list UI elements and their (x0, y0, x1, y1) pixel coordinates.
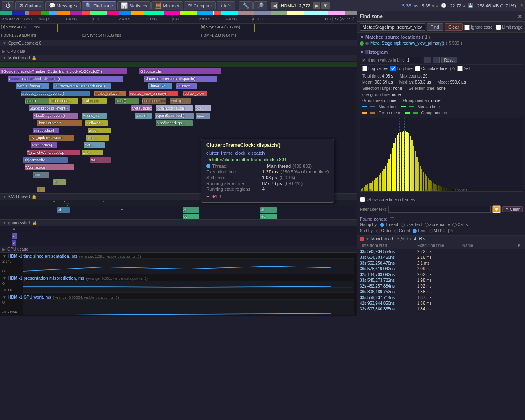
self-opt[interactable]: Sell (457, 66, 470, 71)
options-button[interactable]: ⚙ Options (15, 1, 44, 10)
trace-block-paint2[interactable]: paint() (115, 98, 139, 104)
results-table[interactable]: ▼ Main thread (5,509) 4.98 s Time from s… (357, 236, 525, 420)
power-button[interactable]: ⏻ (2, 1, 14, 10)
ignore-case-cb[interactable] (464, 25, 470, 30)
log-time-cb[interactable] (390, 66, 396, 71)
trace-block-switch[interactable]: "_switchWorkspaceUp (27, 150, 80, 155)
main-thread-label[interactable]: ▼ Main thread 🔒 (0, 55, 357, 61)
compare-button[interactable]: ⚖ Compare (184, 1, 216, 10)
fz-find-button[interactable]: Find (427, 23, 443, 31)
trace-block-paint-meta[interactable]: paint() (135, 113, 152, 119)
gnome-label[interactable]: ▼ gnome-shell 🔒 (0, 220, 357, 226)
trace-block-workspace[interactable]: "Workspace (25, 164, 74, 170)
limit-range-opt[interactable]: Limit range (496, 25, 523, 30)
table-row[interactable]: 32s 134,709,092ns 2.02 ms (357, 272, 525, 278)
trace-block-object-notify[interactable]: Object::notify (23, 157, 68, 163)
statistics-button[interactable]: 📊 Statistics (117, 1, 151, 10)
log-values-opt[interactable]: Log values (362, 66, 388, 71)
reset-button[interactable]: Reset (441, 57, 457, 63)
chart-label-2[interactable]: ▼ HDMI-1 GPU work, ms (y-range: 0.05334,… (2, 295, 354, 299)
chart-label-1[interactable]: ▼ HDMI-1 presentation misprediction, ms … (2, 276, 354, 281)
trace-block-framel2[interactable]: Clutter::Fr... (148, 83, 172, 89)
opengl-label[interactable]: ▼ OpenGL context 0 (0, 40, 357, 46)
trace-block-gsource2[interactable]: GSource::dis... (139, 68, 221, 74)
filter-input[interactable] (388, 206, 491, 213)
trace-block-aa[interactable]: aa... (90, 157, 111, 163)
kms-block-di[interactable]: di (183, 207, 199, 213)
trace-block-swap[interactable]: end_g... (170, 98, 191, 104)
trace-block-pp2[interactable]: pp... (196, 113, 210, 119)
table-row[interactable]: 33s 559,237,714ns 1.87 ms (357, 295, 525, 301)
trace-block-4[interactable]: 4 (37, 187, 45, 192)
table-row[interactable]: 42s 953,944,850ns 1.86 ms (357, 301, 525, 306)
trace-block-frame3[interactable]: Clutter::... (176, 83, 197, 89)
trace-block-maybe[interactable]: maybe_relayofi... (94, 91, 126, 96)
trace-block-emit-update2[interactable]: emit[update] (31, 142, 57, 148)
table-row[interactable]: 33s 545,273,722ns 1.98 ms (357, 278, 525, 283)
sortby-time[interactable]: Time (413, 228, 427, 233)
memory-button[interactable]: 🧮 Memory (151, 1, 183, 10)
clear-filter-button[interactable]: ✕ Clear (502, 206, 523, 212)
trace-block-stage-emit[interactable]: Stage::process_event() (29, 105, 70, 111)
chart-label-0[interactable]: ▼ HDMI-1 time since presentation, ms (y-… (2, 254, 354, 258)
trace-block-non[interactable]: non (33, 172, 49, 178)
sortby-mtpc[interactable]: MTPC (429, 228, 445, 233)
gnome-block2[interactable]: c (12, 240, 16, 246)
trace-block-gsource[interactable]: GSource::dispatch("[mutter] Clutter fram… (0, 68, 127, 74)
trace-block-before[interactable]: before_frame() (16, 83, 49, 89)
groupby-thread[interactable]: Thread (380, 222, 398, 227)
messages-button[interactable]: 💬 Messages (45, 1, 81, 10)
gnome-block[interactable]: c (12, 233, 17, 239)
limit-range-cb[interactable] (496, 25, 501, 30)
trace-scroll[interactable]: ▼ OpenGL context 0 ▶ CPU data ▼ Main thr… (0, 40, 357, 408)
min-bin-input[interactable] (406, 57, 422, 63)
trace-block-paiend[interactable]: p.paint(pair flush) (156, 105, 193, 111)
trace-block-process[interactable]: process_queued_events() (21, 91, 90, 96)
kms-block-dc2[interactable]: dc (260, 214, 277, 219)
trace-block-allo4[interactable]: allo... (82, 150, 103, 155)
sortby-order[interactable]: Order (376, 228, 392, 233)
trace-block-redraw[interactable]: redraw_view_primary() (129, 91, 178, 96)
hdmi-menu[interactable]: ▼ (321, 2, 330, 9)
kms-block-ci[interactable]: ci (57, 207, 70, 213)
cpu-usage-label[interactable]: ▶ CPU usage (0, 246, 357, 252)
trace-block-p2[interactable]: p.paint(pair flush) (155, 113, 194, 119)
kms-block-di2[interactable]: di (260, 207, 277, 213)
groupby-callst[interactable]: Call st (452, 222, 469, 227)
histogram-title[interactable]: ▼ Histogram (360, 50, 523, 55)
trace-block-paiend2[interactable]: p.p... (195, 105, 211, 111)
table-row[interactable]: 36s 578,619,042ns 2.09 ms (357, 266, 525, 272)
trace-block-allocate2[interactable]: g allocate (82, 98, 107, 104)
trace-block-metastage[interactable]: MetaStage::p... (131, 105, 152, 111)
settings-icon-btn[interactable]: 🔧 (239, 1, 253, 10)
trace-block-alloc2[interactable]: alloc... (88, 128, 111, 133)
groupby-zonename[interactable]: Zone name (425, 222, 450, 227)
trace-block-js-handle[interactable]: "handleEvent" (37, 120, 82, 126)
table-row[interactable]: 33s 552,250,478ns 2.1 ms (357, 260, 525, 266)
trace-block-frameclock2[interactable]: Clutter::FrameClock::dispatch() (144, 76, 217, 82)
cpu-label[interactable]: ▶ CPU data (0, 48, 357, 55)
trace-block-end-gpu[interactable]: end_gpu_send_segl_swa... (142, 98, 166, 104)
table-row[interactable]: 32s 482,257,884ns 1.92 ms (357, 283, 525, 289)
trace-block-ppaflu[interactable]: p.paflusend_gp... (156, 120, 193, 126)
findzone-button[interactable]: 🔍 Find zone (82, 1, 116, 10)
cumulate-opt[interactable]: Cumulate time (415, 66, 447, 71)
trace-block-vfunc[interactable]: *vfunc_a... (82, 113, 107, 119)
sortby-count[interactable]: Count (394, 228, 410, 233)
fz-search-input[interactable] (360, 23, 425, 31)
hdmi-prev[interactable]: ◀ (271, 2, 278, 9)
table-row[interactable]: 33s 593,934,554ns 2.22 ms (357, 249, 525, 255)
show-zone-cb[interactable] (360, 197, 365, 202)
groupby-usertext[interactable]: User text (401, 222, 422, 227)
trace-block-redraw2[interactable]: redraw_view (183, 91, 207, 96)
self-cb[interactable] (457, 66, 463, 71)
matched-title[interactable]: ▼ Matched source locations (1) (360, 34, 523, 39)
trace-block-emit-update[interactable]: emit[update] (33, 128, 59, 133)
trace-block-stage-allocate[interactable]: *allocate(la... (49, 98, 78, 104)
histogram-chart[interactable]: 335 µs → 1.89 ms → 2.22 ms (360, 118, 523, 192)
ignore-case-opt[interactable]: Ignore case (464, 25, 492, 30)
kms-block-dc[interactable]: dc (183, 214, 199, 219)
cumulate-cb[interactable] (415, 66, 420, 71)
trace-block-alloc3[interactable]: alloc... (86, 135, 109, 141)
log-values-cb[interactable] (362, 66, 368, 71)
